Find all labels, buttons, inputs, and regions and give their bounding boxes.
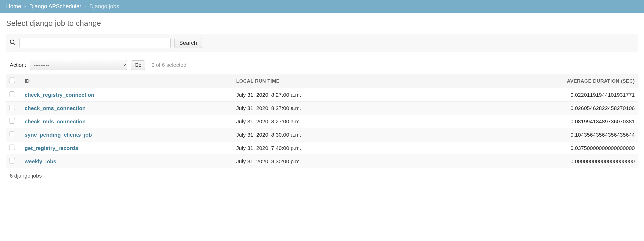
row-id-cell: weekly_jobs <box>22 155 233 168</box>
row-checkbox[interactable] <box>9 118 15 124</box>
action-label: Action: <box>10 62 26 68</box>
row-avg-duration: 0.02605462822458270106 <box>431 102 638 115</box>
breadcrumb-separator: › <box>24 3 26 9</box>
search-icon <box>9 39 16 47</box>
row-avg-duration: 0.00000000000000000000 <box>431 155 638 168</box>
job-link[interactable]: check_oms_connection <box>25 105 86 111</box>
row-local-run-time: July 31, 2020, 7:40:00 p.m. <box>233 141 432 155</box>
svg-line-1 <box>14 43 15 45</box>
row-checkbox[interactable] <box>9 91 15 97</box>
row-local-run-time: July 31, 2020, 8:30:00 p.m. <box>233 155 432 168</box>
row-checkbox-cell <box>6 88 22 102</box>
row-checkbox[interactable] <box>9 145 15 150</box>
row-checkbox-cell <box>6 141 22 155</box>
row-checkbox-cell <box>6 102 22 115</box>
search-input[interactable] <box>19 38 171 48</box>
table-row: weekly_jobsJuly 31, 2020, 8:30:00 p.m.0.… <box>6 155 638 168</box>
table-row: check_oms_connectionJuly 31, 2020, 8:27:… <box>6 102 638 115</box>
row-avg-duration: 0.08199413489736070381 <box>431 115 638 128</box>
breadcrumb-current: Django jobs <box>89 3 119 9</box>
actions-bar: Action: --------- Go 0 of 6 selected <box>6 60 638 74</box>
row-id-cell: check_registry_connection <box>22 88 233 102</box>
row-local-run-time: July 31, 2020, 8:27:00 a.m. <box>233 102 432 115</box>
job-link[interactable]: get_registry_records <box>25 145 78 151</box>
paginator: 6 django jobs <box>6 168 638 183</box>
job-link[interactable]: sync_pending_clients_job <box>25 132 92 138</box>
row-id-cell: check_mds_connection <box>22 115 233 128</box>
page-title: Select django job to change <box>6 19 638 28</box>
row-local-run-time: July 31, 2020, 8:30:00 a.m. <box>233 128 432 141</box>
row-id-cell: get_registry_records <box>22 141 233 155</box>
row-avg-duration: 0.10435643564356435644 <box>431 128 638 141</box>
row-checkbox[interactable] <box>9 158 15 163</box>
job-link[interactable]: weekly_jobs <box>25 158 56 164</box>
row-checkbox[interactable] <box>9 105 15 110</box>
results-table: ID LOCAL RUN TIME AVERAGE DURATION (SEC)… <box>6 74 638 168</box>
header-checkbox-cell <box>6 74 22 88</box>
breadcrumb-app[interactable]: Django APScheduler <box>29 3 81 9</box>
row-avg-duration: 0.03750000000000000000 <box>431 141 638 155</box>
breadcrumb: Home › Django APScheduler › Django jobs <box>0 0 644 13</box>
row-avg-duration: 0.02201191944101931771 <box>431 88 638 102</box>
table-row: get_registry_recordsJuly 31, 2020, 7:40:… <box>6 141 638 155</box>
go-button[interactable]: Go <box>131 60 145 70</box>
table-row: check_registry_connectionJuly 31, 2020, … <box>6 88 638 102</box>
table-row: check_mds_connectionJuly 31, 2020, 8:27:… <box>6 115 638 128</box>
search-button[interactable]: Search <box>174 38 202 48</box>
row-local-run-time: July 31, 2020, 8:27:00 a.m. <box>233 115 432 128</box>
breadcrumb-home[interactable]: Home <box>6 3 21 9</box>
job-link[interactable]: check_mds_connection <box>25 118 86 124</box>
selection-count: 0 of 6 selected <box>151 62 187 68</box>
row-checkbox[interactable] <box>9 131 15 137</box>
row-checkbox-cell <box>6 155 22 168</box>
select-all-checkbox[interactable] <box>9 78 15 83</box>
header-local-run-time[interactable]: LOCAL RUN TIME <box>233 74 432 88</box>
action-select[interactable]: --------- <box>30 60 127 70</box>
breadcrumb-separator: › <box>84 3 86 9</box>
row-checkbox-cell <box>6 128 22 141</box>
row-checkbox-cell <box>6 115 22 128</box>
search-toolbar: Search <box>6 34 638 52</box>
header-avg-duration[interactable]: AVERAGE DURATION (SEC) <box>431 74 638 88</box>
table-row: sync_pending_clients_jobJuly 31, 2020, 8… <box>6 128 638 141</box>
job-link[interactable]: check_registry_connection <box>25 92 94 98</box>
row-id-cell: check_oms_connection <box>22 102 233 115</box>
row-id-cell: sync_pending_clients_job <box>22 128 233 141</box>
header-id[interactable]: ID <box>22 74 233 88</box>
row-local-run-time: July 31, 2020, 8:27:00 a.m. <box>233 88 432 102</box>
